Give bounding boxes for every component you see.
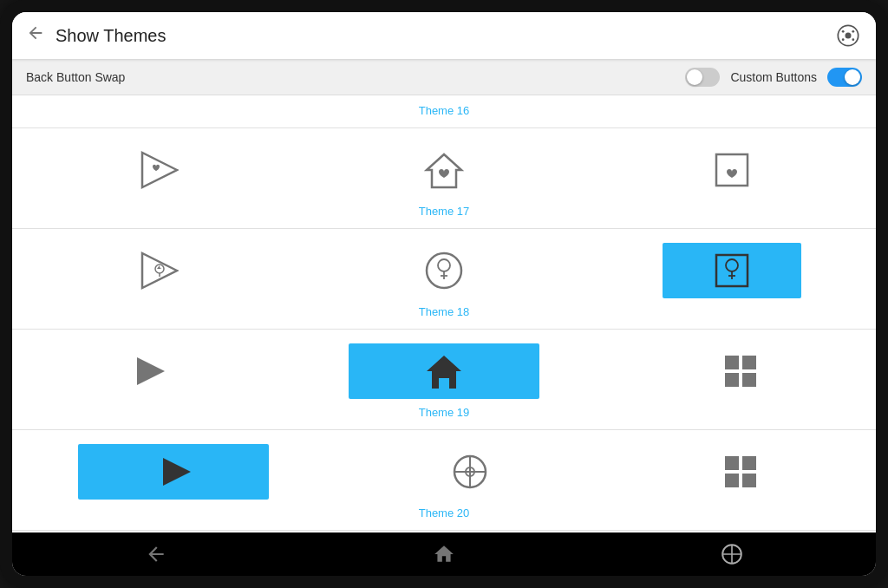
svg-rect-26 — [742, 373, 756, 387]
settings-icon[interactable] — [834, 22, 862, 49]
theme-row-17: Theme 17 — [12, 128, 876, 229]
theme-row-16: Theme 16 — [12, 95, 876, 128]
back-button[interactable] — [26, 23, 45, 48]
theme-18-icons — [12, 236, 876, 305]
theme-18-home-icon[interactable] — [375, 243, 513, 298]
svg-marker-9 — [142, 253, 177, 288]
svg-point-17 — [726, 259, 738, 271]
theme-row-19: Theme 19 — [12, 330, 876, 430]
back-button-swap-toggle[interactable] — [685, 68, 720, 87]
theme-row-18: Theme 18 — [12, 229, 876, 330]
svg-marker-27 — [163, 458, 191, 486]
svg-point-3 — [852, 30, 854, 33]
tablet-screen: Show Themes Back Button Swap Custom Butt… — [12, 12, 876, 576]
theme-19-icons — [12, 336, 876, 406]
header: Show Themes — [12, 12, 876, 59]
theme-17-back-icon[interactable] — [87, 142, 225, 198]
svg-rect-34 — [725, 474, 739, 487]
theme-17-label: Theme 17 — [12, 205, 876, 221]
theme-20-label: Theme 20 — [12, 506, 876, 523]
svg-point-13 — [438, 259, 450, 271]
main-content: Theme 16 — [12, 95, 876, 532]
svg-rect-24 — [742, 356, 756, 369]
svg-rect-35 — [742, 474, 756, 487]
theme-17-home-icon[interactable] — [375, 142, 513, 198]
svg-point-12 — [427, 253, 461, 288]
nav-home-button[interactable] — [409, 537, 479, 572]
svg-marker-6 — [142, 153, 177, 187]
theme-18-label: Theme 18 — [12, 305, 876, 322]
svg-point-5 — [852, 38, 854, 41]
theme-19-recent-icon[interactable] — [671, 343, 810, 399]
page-title: Show Themes — [56, 26, 834, 46]
custom-buttons-label: Custom Buttons — [730, 70, 817, 84]
svg-rect-23 — [725, 356, 739, 369]
theme-19-home-icon[interactable] — [349, 343, 539, 399]
theme-20-home-icon[interactable] — [401, 444, 539, 500]
svg-point-1 — [846, 33, 852, 39]
svg-rect-33 — [742, 456, 756, 470]
svg-marker-20 — [137, 357, 165, 385]
theme-19-label: Theme 19 — [12, 406, 876, 422]
theme-17-recent-icon[interactable] — [663, 142, 801, 198]
theme-row-20: Theme 20 — [12, 430, 876, 531]
nav-back-button[interactable] — [121, 537, 191, 572]
svg-point-2 — [842, 30, 845, 33]
tablet-frame: Show Themes Back Button Swap Custom Butt… — [0, 0, 888, 588]
svg-marker-7 — [427, 154, 461, 187]
theme-20-back-icon[interactable] — [78, 444, 269, 500]
theme-20-icons — [12, 437, 876, 506]
svg-rect-22 — [439, 378, 449, 389]
theme-20-recent-icon[interactable] — [671, 444, 810, 500]
theme-16-label: Theme 16 — [12, 102, 876, 121]
top-bar: Back Button Swap Custom Buttons — [12, 59, 876, 95]
theme-18-recent-icon[interactable] — [663, 243, 801, 298]
svg-rect-8 — [716, 154, 748, 186]
bottom-nav — [12, 532, 876, 576]
theme-18-back-icon[interactable] — [87, 243, 225, 298]
svg-point-4 — [842, 38, 845, 41]
svg-rect-32 — [725, 456, 739, 470]
theme-17-icons — [12, 135, 876, 205]
nav-recent-button[interactable] — [697, 537, 767, 572]
custom-buttons-toggle[interactable] — [827, 68, 862, 87]
back-button-swap-label: Back Button Swap — [26, 70, 685, 84]
svg-rect-25 — [725, 373, 739, 387]
theme-19-back-icon[interactable] — [78, 343, 217, 399]
